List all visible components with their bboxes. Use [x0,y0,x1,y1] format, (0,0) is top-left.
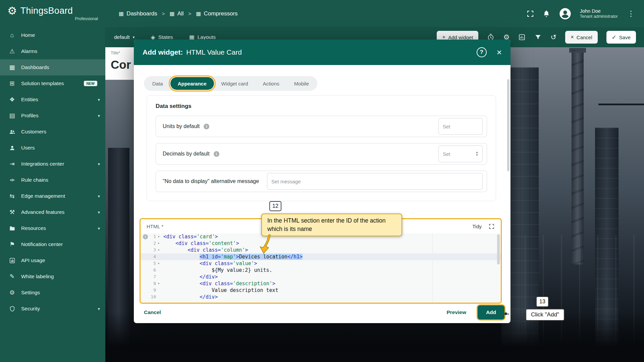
code-line-2[interactable]: 2▾<div class='content'> [141,240,501,247]
breadcrumb-item[interactable]: ▦Compressors [196,10,237,17]
state-selector[interactable]: default ▾ [114,34,135,40]
sidebar-item-users[interactable]: Users [0,140,105,156]
dialog-body: DataAppearanceWidget cardActionsMobile D… [134,65,511,323]
editor-scrollbar[interactable] [497,234,500,264]
editor-fullscreen-icon[interactable] [488,223,495,230]
integrations-icon: ⇥ [8,160,16,168]
add-widget-dialog: Add widget:HTML Value Card ? × DataAppea… [134,40,511,323]
line-number: 2 [145,240,156,247]
notification-icon: ⚑ [8,241,16,248]
sidebar-item-entities[interactable]: ❖Entities▾ [0,92,105,108]
version-control-icon[interactable]: ↺ [550,33,556,41]
code-line-5[interactable]: 5▾<div class='value'> [141,260,501,267]
tab-mobile[interactable]: Mobile [287,77,316,90]
code-line-9[interactable]: 9Value description text [141,287,501,294]
fold-caret-icon[interactable]: ▾ [156,247,161,253]
number-stepper[interactable]: ▲▼ [476,151,478,157]
code-line-4[interactable]: 4<h1 id='map'>Devices location</h1> [141,253,501,260]
breadcrumb-item[interactable]: ▦All [170,10,184,17]
tab-data[interactable]: Data [145,77,170,90]
decimals-label: Decimals by default [163,151,210,157]
line-number: 8 [145,280,156,287]
brand-logo[interactable]: ⚙ ThingsBoard Professional [0,0,105,24]
advanced-icon: ⚒ [8,208,16,216]
help-icon[interactable]: ? [477,47,487,57]
sidebar-item-profiles[interactable]: ▤Profiles▾ [0,108,105,124]
chevron-down-icon: ▾ [98,97,100,102]
tab-appearance[interactable]: Appearance [170,77,214,90]
no-data-message-label: "No data to display" alternative message [163,178,259,184]
tab-widget-card[interactable]: Widget card [214,77,256,90]
dashboards-icon: ▦ [8,64,16,71]
save-button[interactable]: ✓ Save [606,31,636,44]
code-editor[interactable]: i 1▾<div class='card'>2▾<div class='cont… [141,233,501,303]
chevron-down-icon: ▾ [98,113,100,118]
sidebar-item-api-usage[interactable]: API usage [0,252,105,268]
units-input[interactable] [443,124,478,129]
cancel-edit-button[interactable]: × Cancel [565,31,598,44]
kebab-menu-icon[interactable]: ⋮ [626,9,636,18]
code-line-3[interactable]: 3▾<div class='column'> [141,247,501,253]
entity-aliases-icon[interactable] [518,34,526,41]
entities-icon: ❖ [8,96,16,103]
sidebar-item-label: Customers [21,129,100,135]
thingsboard-logo-icon: ⚙ [7,5,17,16]
tidy-button[interactable]: Tidy [472,224,482,229]
line-number: 9 [145,287,156,294]
sidebar-item-dashboards[interactable]: ▦Dashboards [0,59,105,75]
fullscreen-icon[interactable] [526,10,534,18]
security-icon [8,306,16,312]
fold-caret-icon[interactable]: ▾ [156,240,161,247]
user-name: John Doe [580,8,618,14]
code-line-8[interactable]: 8▾<div class='description'> [141,280,501,287]
dialog-footer: Cancel Preview Add [134,302,511,323]
sidebar-item-integrations-center[interactable]: ⇥Integrations center▾ [0,156,105,172]
sidebar-item-label: Dashboards [21,64,100,70]
breadcrumb-label: Compressors [204,10,237,17]
step-12-arrow-icon [259,234,274,254]
filters-icon[interactable] [534,34,542,41]
sidebar-item-solution-templates[interactable]: ⊞Solution templatesNEW [0,75,105,92]
code-line-6[interactable]: 6${My value:2} units. [141,267,501,274]
breadcrumb-item[interactable]: ▦Dashboards [119,10,157,17]
sidebar-item-customers[interactable]: Customers [0,124,105,140]
stepper-down-icon[interactable]: ▼ [476,154,478,157]
new-badge: NEW [84,81,98,86]
sidebar-item-advanced-features[interactable]: ⚒Advanced features▾ [0,204,105,220]
info-icon[interactable]: i [204,124,209,129]
sidebar-item-settings[interactable]: ⚙Settings [0,285,105,301]
cancel-edit-label: Cancel [577,35,592,40]
line-number: 7 [145,274,156,280]
sidebar-item-security[interactable]: Security▾ [0,301,105,317]
decimals-input[interactable] [443,151,474,157]
sidebar-item-home[interactable]: ⌂Home [0,27,105,43]
no-data-message-input[interactable] [271,179,478,184]
add-button[interactable]: Add [478,305,504,319]
sidebar-item-notification-center[interactable]: ⚑Notification center [0,236,105,252]
sidebar-item-label: Solution templates [21,80,84,86]
chevron-down-icon: ▾ [98,210,100,215]
dialog-scrollbar[interactable] [507,79,509,171]
sidebar-item-edge-management[interactable]: ⇆Edge management▾ [0,188,105,204]
user-role: Tenant administrator [580,14,618,19]
fold-caret-icon[interactable]: ▾ [156,233,161,240]
avatar-icon[interactable] [558,7,572,20]
state-label: default [114,34,130,40]
step-13-connector-line [507,314,526,314]
code-line-7[interactable]: 7</div> [141,274,501,280]
step-12-note: In the HTML section enter the ID of the … [261,214,402,236]
fold-caret-icon[interactable]: ▾ [156,260,161,267]
sidebar-item-resources[interactable]: Resources▾ [0,220,105,236]
dialog-cancel-button[interactable]: Cancel [144,309,161,315]
notifications-icon[interactable] [542,10,550,18]
sidebar-item-rule-chains[interactable]: </>Rule chains [0,172,105,188]
code-line-10[interactable]: 10</div> [141,294,501,300]
line-number: 5 [145,260,156,267]
sidebar-item-white-labeling[interactable]: ✎White labeling [0,268,105,285]
info-icon[interactable]: i [214,151,219,157]
close-icon[interactable]: × [497,48,502,57]
preview-button[interactable]: Preview [446,309,466,315]
tab-actions[interactable]: Actions [256,77,287,90]
fold-caret-icon[interactable]: ▾ [156,280,161,287]
sidebar-item-alarms[interactable]: ⚠Alarms [0,43,105,59]
